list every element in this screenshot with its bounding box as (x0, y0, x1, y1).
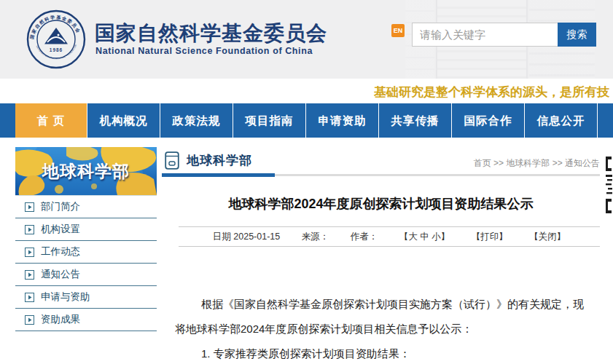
search-input[interactable] (412, 23, 558, 47)
section-header: 地球科学部 (165, 151, 252, 170)
meta-date: 日期 2025-01-15 (213, 232, 280, 242)
announcement-ticker: 基础研究是整个科学体系的源头，是所有技 (0, 79, 613, 103)
sidebar-item-notices[interactable]: 通知公告 (15, 264, 157, 286)
sidebar-item-intro[interactable]: 部门简介 (15, 196, 157, 218)
article-title: 地球科学部2024年度原创探索计划项目资助结果公示 (162, 195, 600, 213)
meta-source: 来源： (302, 232, 329, 242)
nav-item-home[interactable]: 首 页 (15, 103, 87, 138)
sidebar-item-structure[interactable]: 机构设置 (15, 218, 157, 241)
arrow-box-icon (25, 315, 34, 325)
notebook-icon (165, 151, 179, 170)
section-title: 地球科学部 (187, 152, 252, 169)
article-body: 根据《国家自然科学基金原创探索计划项目实施方案（试行）》的有关规定，现将地球科学… (175, 292, 588, 364)
sidebar-item-news[interactable]: 工作动态 (15, 241, 157, 264)
english-version-button[interactable]: EN (391, 24, 405, 37)
department-banner[interactable]: 地球科学部 (15, 147, 157, 195)
nav-item-guides[interactable]: 项目指南 (233, 103, 306, 138)
main-content: 地球科学部 首页 >> 地球科学部 >> 通知公告 地球科学部2024年度原创探… (162, 149, 600, 364)
sidebar-item-label: 工作动态 (41, 245, 80, 258)
arrow-box-icon (25, 202, 34, 212)
meta-author: 作者： (351, 232, 378, 242)
clipped-glyphs (604, 155, 613, 218)
article-meta: 日期 2025-01-15 来源： 作者： 【大 中 小】 【打印】 【关闭】 (179, 226, 600, 247)
site-header: 国家自然科学基金委员会 NATIONAL NATURAL SCIENCE FOU… (0, 0, 613, 79)
breadcrumb[interactable]: 首页 >> 地球科学部 >> 通知公告 (474, 157, 600, 170)
department-banner-title: 地球科学部 (15, 160, 157, 183)
print-button[interactable]: 【打印】 (472, 232, 508, 242)
search-button[interactable]: 搜索 (558, 23, 596, 47)
nav-item-international[interactable]: 国际合作 (452, 103, 525, 138)
svg-text:1986: 1986 (50, 47, 63, 52)
sidebar-item-label: 申请与资助 (41, 290, 90, 304)
close-button[interactable]: 【关闭】 (529, 232, 566, 242)
nav-item-policies[interactable]: 政策法规 (160, 103, 233, 138)
arrow-box-icon (25, 225, 34, 234)
sidebar-item-label: 通知公告 (41, 268, 80, 281)
sidebar-item-funding[interactable]: 申请与资助 (15, 286, 157, 309)
article-paragraph: 根据《国家自然科学基金原创探索计划项目实施方案（试行）》的有关规定，现将地球科学… (175, 292, 588, 341)
floating-widget-partial[interactable] (604, 155, 613, 218)
main-nav: 首 页 机构概况 政策法规 项目指南 申请资助 共享传播 国际合作 信息公开 (0, 103, 613, 138)
nav-item-apply[interactable]: 申请资助 (306, 103, 379, 138)
nav-item-sharing[interactable]: 共享传播 (379, 103, 452, 138)
site-title-chinese: 国家自然科学基金委员会 (95, 20, 327, 47)
article-paragraph: 1. 专家推荐类原创探索计划项目资助结果： (175, 341, 588, 364)
sidebar-item-label: 机构设置 (41, 223, 80, 236)
font-size-control[interactable]: 【大 中 小】 (399, 232, 450, 242)
nsfc-seal-icon: 国家自然科学基金委员会 NATIONAL NATURAL SCIENCE FOU… (26, 9, 86, 69)
nav-item-overview[interactable]: 机构概况 (87, 103, 160, 138)
sidebar-item-label: 资助成果 (41, 313, 80, 326)
nav-item-disclosure[interactable]: 信息公开 (525, 103, 598, 138)
search-bar: 搜索 (412, 23, 596, 47)
section-underline (162, 174, 600, 176)
site-title-english: National Natural Science Foundation of C… (95, 46, 313, 56)
arrow-box-icon (25, 293, 34, 302)
arrow-box-icon (25, 248, 34, 257)
ticker-text: 基础研究是整个科学体系的源头，是所有技 (374, 84, 609, 100)
site-logo[interactable]: 国家自然科学基金委员会 NATIONAL NATURAL SCIENCE FOU… (26, 9, 86, 69)
arrow-box-icon (25, 270, 34, 280)
sidebar-item-results[interactable]: 资助成果 (15, 309, 157, 331)
nav-filler (598, 103, 613, 138)
sidebar-menu: 部门简介 机构设置 工作动态 通知公告 申请与资助 资助成果 (15, 195, 157, 331)
sidebar-item-label: 部门简介 (41, 200, 80, 213)
